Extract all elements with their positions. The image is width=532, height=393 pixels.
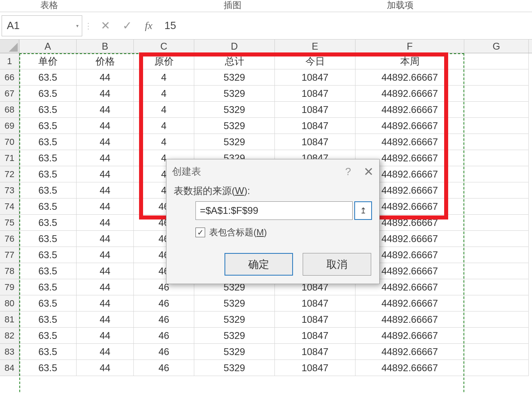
cell[interactable]: 10847 xyxy=(275,102,355,118)
cell[interactable]: 4 xyxy=(134,134,194,150)
cell[interactable]: 63.5 xyxy=(19,279,77,295)
spreadsheet-grid[interactable]: A B C D E F G 1 单价 价格 原价 总计 今日 本周 6663.5… xyxy=(0,40,532,376)
cell[interactable]: 46 xyxy=(134,311,194,328)
cell[interactable]: 46 xyxy=(134,360,194,376)
cell[interactable] xyxy=(464,328,529,344)
cell[interactable]: 4 xyxy=(134,118,194,134)
col-header-D[interactable]: D xyxy=(194,40,275,53)
col-header-A[interactable]: A xyxy=(19,40,77,53)
cell[interactable]: 44892.66667 xyxy=(355,102,464,118)
cell[interactable]: 44892.66667 xyxy=(355,118,464,134)
row-header[interactable]: 84 xyxy=(0,360,19,376)
cell[interactable]: 10847 xyxy=(275,295,355,311)
cell[interactable] xyxy=(464,102,529,118)
cell[interactable]: 10847 xyxy=(275,134,355,150)
row-header[interactable]: 79 xyxy=(0,279,19,295)
cell[interactable]: 44 xyxy=(77,102,134,118)
cell[interactable]: 10847 xyxy=(275,360,355,376)
name-box[interactable]: A1 ▾ xyxy=(2,15,82,36)
dialog-close-button[interactable]: ✕ xyxy=(364,165,374,179)
cell[interactable]: 63.5 xyxy=(19,69,77,86)
cell[interactable]: 44892.66667 xyxy=(355,344,464,360)
cell[interactable]: 44 xyxy=(77,215,134,231)
cell[interactable]: 44 xyxy=(77,86,134,102)
cell[interactable]: 10847 xyxy=(275,118,355,134)
row-header[interactable]: 1 xyxy=(0,53,19,69)
cell[interactable]: 46 xyxy=(134,344,194,360)
cell[interactable]: 44 xyxy=(77,118,134,134)
cell[interactable] xyxy=(464,247,529,263)
row-header[interactable]: 73 xyxy=(0,182,19,199)
cell[interactable]: 5329 xyxy=(194,86,275,102)
cell[interactable]: 44 xyxy=(77,360,134,376)
cell[interactable]: 10847 xyxy=(275,344,355,360)
cell[interactable]: 63.5 xyxy=(19,231,77,247)
cell[interactable]: 4 xyxy=(134,69,194,86)
cell[interactable] xyxy=(464,69,529,86)
cell[interactable] xyxy=(464,215,529,231)
cell[interactable]: 5329 xyxy=(194,134,275,150)
range-picker-button[interactable]: ↥ xyxy=(354,201,372,220)
cell[interactable]: 5329 xyxy=(194,118,275,134)
cell[interactable]: 44 xyxy=(77,231,134,247)
cell[interactable]: 44 xyxy=(77,182,134,199)
cell[interactable] xyxy=(464,199,529,215)
row-header[interactable]: 72 xyxy=(0,166,19,182)
col-header-G[interactable]: G xyxy=(464,40,529,53)
cell[interactable]: 44 xyxy=(77,69,134,86)
cell[interactable]: 10847 xyxy=(275,311,355,328)
cell[interactable]: 4 xyxy=(134,86,194,102)
cancel-button[interactable]: 取消 xyxy=(303,253,371,276)
col-header-F[interactable]: F xyxy=(355,40,464,53)
cell[interactable] xyxy=(464,263,529,279)
cell[interactable]: 63.5 xyxy=(19,102,77,118)
cell[interactable]: 价格 xyxy=(77,53,134,69)
row-header[interactable]: 74 xyxy=(0,199,19,215)
has-headers-checkbox[interactable]: ✓ xyxy=(195,228,205,237)
cell[interactable] xyxy=(464,231,529,247)
formula-cancel-button[interactable]: ✕ xyxy=(94,15,116,36)
row-header[interactable]: 83 xyxy=(0,344,19,360)
cell[interactable] xyxy=(464,53,529,69)
cell[interactable] xyxy=(464,360,529,376)
cell[interactable] xyxy=(464,182,529,199)
cell[interactable]: 63.5 xyxy=(19,86,77,102)
cell[interactable]: 63.5 xyxy=(19,182,77,199)
row-header[interactable]: 77 xyxy=(0,247,19,263)
cell[interactable]: 44 xyxy=(77,328,134,344)
cell[interactable]: 44892.66667 xyxy=(355,69,464,86)
cell[interactable]: 原价 xyxy=(134,53,194,69)
formula-confirm-button[interactable]: ✓ xyxy=(116,15,138,36)
cell[interactable]: 44892.66667 xyxy=(355,86,464,102)
cell[interactable]: 44 xyxy=(77,166,134,182)
cell[interactable]: 63.5 xyxy=(19,344,77,360)
cell[interactable]: 5329 xyxy=(194,360,275,376)
cell[interactable] xyxy=(464,118,529,134)
cell[interactable]: 44 xyxy=(77,311,134,328)
cell[interactable]: 44892.66667 xyxy=(355,311,464,328)
cell[interactable]: 44 xyxy=(77,279,134,295)
cell[interactable]: 63.5 xyxy=(19,311,77,328)
cell[interactable]: 44892.66667 xyxy=(355,360,464,376)
cell[interactable]: 44 xyxy=(77,295,134,311)
cell[interactable] xyxy=(464,295,529,311)
col-header-C[interactable]: C xyxy=(134,40,194,53)
cell[interactable] xyxy=(464,279,529,295)
row-header[interactable]: 80 xyxy=(0,295,19,311)
row-header[interactable]: 68 xyxy=(0,102,19,118)
cell[interactable]: 63.5 xyxy=(19,360,77,376)
cell[interactable]: 46 xyxy=(134,295,194,311)
cell[interactable]: 10847 xyxy=(275,69,355,86)
cell[interactable]: 5329 xyxy=(194,328,275,344)
insert-function-button[interactable]: fx xyxy=(138,15,160,36)
formula-input[interactable] xyxy=(160,15,532,36)
cell[interactable]: 5329 xyxy=(194,311,275,328)
name-box-dropdown-icon[interactable]: ▾ xyxy=(76,23,79,29)
cell[interactable]: 44 xyxy=(77,344,134,360)
cell[interactable]: 63.5 xyxy=(19,247,77,263)
col-header-E[interactable]: E xyxy=(275,40,355,53)
select-all-corner[interactable] xyxy=(0,40,19,53)
row-header[interactable]: 76 xyxy=(0,231,19,247)
cell[interactable]: 5329 xyxy=(194,295,275,311)
cell[interactable]: 本周 xyxy=(355,53,464,69)
